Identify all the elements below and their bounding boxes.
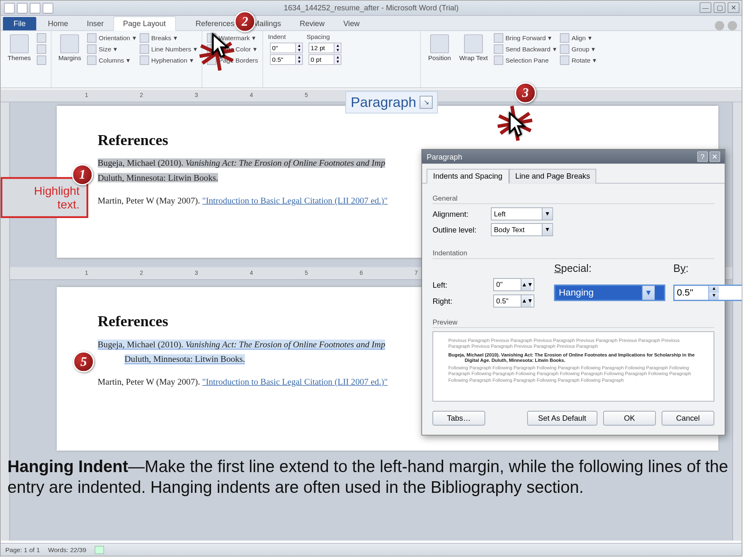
- columns-button[interactable]: Columns ▾: [87, 56, 136, 65]
- tab-review[interactable]: Review: [290, 17, 334, 30]
- tab-page-layout[interactable]: Page Layout: [113, 16, 176, 31]
- section-general: General: [432, 194, 714, 204]
- left-input[interactable]: [494, 281, 521, 289]
- theme-fonts[interactable]: [36, 44, 46, 54]
- breaks-button[interactable]: Breaks ▾: [140, 33, 197, 43]
- watermark-icon: [207, 33, 216, 43]
- dialog-launcher-icon[interactable]: ↘: [420, 96, 432, 109]
- group-page-setup: Margins Orientation ▾ Size ▾ Columns ▾ B…: [51, 31, 202, 88]
- orientation-button[interactable]: Orientation ▾: [87, 33, 136, 43]
- spin-down-icon[interactable]: ▼: [708, 293, 719, 300]
- spinner-icon[interactable]: ▲▼: [521, 295, 531, 307]
- tab-line-page-breaks[interactable]: Line and Page Breaks: [509, 169, 596, 183]
- watermark-button[interactable]: Watermark ▾: [207, 33, 258, 43]
- dialog-buttons: Tabs… Set As Default OK Cancel: [422, 404, 725, 435]
- tab-file[interactable]: File: [3, 17, 36, 30]
- step-badge-2: 2: [234, 11, 255, 32]
- chevron-down-icon[interactable]: ▼: [542, 224, 552, 235]
- tab-view[interactable]: View: [334, 17, 369, 30]
- spin-up-icon[interactable]: ▲: [708, 286, 719, 293]
- indent-right-input[interactable]: [271, 56, 295, 63]
- selection-pane-icon: [494, 56, 503, 65]
- by-header: By:: [673, 262, 742, 275]
- group-paragraph: Indent ▲▼ ▲▼ Spacing ▲▼: [263, 31, 421, 88]
- margins-button[interactable]: Margins: [56, 33, 83, 63]
- quick-access-toolbar: [0, 2, 56, 13]
- window-close[interactable]: ✕: [728, 2, 739, 13]
- right-input[interactable]: [494, 297, 521, 305]
- breaks-icon: [140, 33, 149, 43]
- line-numbers-icon: [140, 44, 149, 54]
- dialog-help-button[interactable]: ?: [697, 151, 708, 162]
- outline-input[interactable]: [492, 225, 542, 234]
- save-icon[interactable]: [17, 2, 27, 13]
- by-input[interactable]: [674, 288, 708, 298]
- by-spin[interactable]: ▲▼: [673, 285, 742, 301]
- right-spin[interactable]: ▲▼: [493, 295, 534, 308]
- special-input[interactable]: [555, 288, 642, 298]
- wrap-text-button[interactable]: Wrap Text: [457, 33, 490, 63]
- spacing-before-spin[interactable]: ▲▼: [309, 43, 342, 53]
- status-page[interactable]: Page: 1 of 1: [5, 546, 40, 553]
- help-icon[interactable]: [728, 21, 737, 31]
- position-button[interactable]: Position: [426, 33, 453, 63]
- align-button[interactable]: Align ▾: [560, 33, 596, 43]
- redo-icon[interactable]: [43, 2, 53, 13]
- alignment-combo[interactable]: ▼: [491, 208, 553, 221]
- themes-button[interactable]: Themes: [5, 33, 33, 63]
- group-icon: [560, 44, 569, 54]
- dialog-tabs: Indents and Spacing Line and Page Breaks: [422, 164, 725, 184]
- spacing-before-input[interactable]: [310, 44, 334, 51]
- alignment-input[interactable]: [492, 210, 542, 218]
- status-proofing-icon[interactable]: [95, 545, 104, 554]
- dialog-title-bar[interactable]: Paragraph ? ✕: [422, 150, 725, 164]
- chevron-down-icon[interactable]: ▼: [542, 208, 552, 220]
- status-words[interactable]: Words: 22/39: [48, 546, 86, 553]
- page-color-button[interactable]: Page Color ▾: [207, 44, 258, 54]
- special-combo[interactable]: ▼: [554, 285, 665, 301]
- tabs-button[interactable]: Tabs…: [432, 411, 485, 425]
- paragraph-launcher-label: Paragraph: [351, 94, 416, 110]
- ribbon-tabs: File Home Inser Page Layout References M…: [0, 16, 742, 31]
- special-header: Special:: [554, 262, 665, 275]
- window-minimize[interactable]: —: [700, 2, 711, 13]
- paragraph-launcher-tooltip[interactable]: Paragraph ↘: [345, 91, 438, 114]
- tab-insert[interactable]: Inser: [78, 17, 113, 30]
- undo-icon[interactable]: [30, 2, 40, 13]
- section-preview: Preview: [432, 318, 714, 328]
- selection-pane-button[interactable]: Selection Pane: [494, 56, 556, 65]
- left-spin[interactable]: ▲▼: [493, 278, 534, 291]
- hyphenation-icon: [140, 56, 149, 65]
- tab-indents-spacing[interactable]: Indents and Spacing: [427, 169, 509, 183]
- window-restore[interactable]: ▢: [714, 2, 725, 13]
- indent-left-input[interactable]: [271, 44, 295, 51]
- chevron-down-icon[interactable]: ▼: [642, 286, 655, 300]
- size-button[interactable]: Size ▾: [87, 44, 136, 54]
- bring-forward-button[interactable]: Bring Forward ▾: [494, 33, 556, 43]
- rotate-button[interactable]: Rotate ▾: [560, 56, 596, 65]
- dialog-close-button[interactable]: ✕: [710, 151, 720, 162]
- spacing-after-spin[interactable]: ▲▼: [309, 54, 342, 65]
- size-icon: [87, 44, 97, 54]
- outline-label: Outline level:: [432, 225, 485, 234]
- send-backward-icon: [494, 44, 503, 54]
- group-button[interactable]: Group ▾: [560, 44, 596, 54]
- spinner-icon[interactable]: ▲▼: [521, 279, 531, 291]
- theme-effects[interactable]: [36, 56, 46, 65]
- send-backward-button[interactable]: Send Backward ▾: [494, 44, 556, 54]
- theme-colors[interactable]: [36, 33, 46, 43]
- ok-button[interactable]: OK: [603, 411, 656, 425]
- spacing-after-input[interactable]: [310, 56, 334, 63]
- minimize-ribbon-icon[interactable]: [715, 21, 724, 31]
- step-badge-1: 1: [72, 164, 93, 185]
- indent-left-spin[interactable]: ▲▼: [270, 43, 303, 53]
- indent-right-spin[interactable]: ▲▼: [270, 54, 303, 65]
- set-default-button[interactable]: Set As Default: [527, 411, 597, 425]
- outline-combo[interactable]: ▼: [491, 223, 553, 236]
- dialog-title: Paragraph: [427, 152, 462, 161]
- line-numbers-button[interactable]: Line Numbers ▾: [140, 44, 197, 54]
- page-borders-button[interactable]: Page Borders: [207, 56, 258, 65]
- cancel-button[interactable]: Cancel: [662, 411, 714, 425]
- tab-home[interactable]: Home: [39, 17, 78, 30]
- hyphenation-button[interactable]: Hyphenation ▾: [140, 56, 197, 65]
